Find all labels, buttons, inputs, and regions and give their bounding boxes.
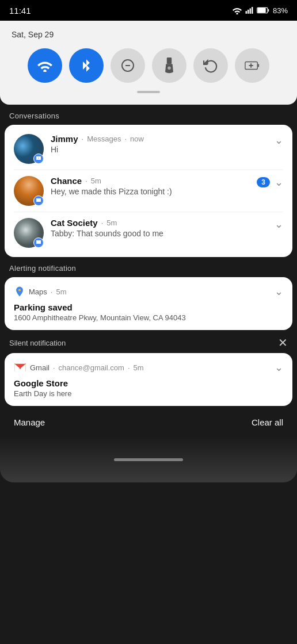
svg-rect-1 — [246, 11, 247, 14]
svg-point-12 — [167, 66, 171, 70]
cat-society-header: Cat Society · 5m — [51, 218, 275, 228]
svg-rect-7 — [258, 8, 266, 13]
cat-society-time: 5m — [106, 218, 117, 227]
quick-settings-toggles — [12, 48, 285, 83]
jimmy-avatar-wrap — [14, 134, 44, 164]
cat-society-actions: ⌄ — [275, 218, 283, 231]
conversations-label: Conversations — [0, 106, 297, 125]
svg-point-8 — [43, 70, 46, 72]
conversation-item-cat-society[interactable]: Cat Society · 5m Tabby: That sounds good… — [14, 212, 283, 249]
silent-label: Silent notification — [9, 339, 66, 347]
gmail-time: 5m — [134, 363, 144, 372]
clear-all-button[interactable]: Clear all — [252, 417, 283, 427]
gmail-notif-body: Earth Day is here — [14, 389, 283, 398]
maps-notif-time: 5m — [56, 288, 66, 296]
conversation-item-chance[interactable]: Chance · 5m Hey, we made this Pizza toni… — [14, 170, 283, 212]
maps-notif-title: Parking saved — [14, 302, 283, 312]
silent-section-header: Silent notification ✕ — [0, 331, 297, 353]
svg-rect-14 — [258, 64, 259, 67]
messages-app-badge — [33, 154, 44, 164]
dnd-toggle[interactable] — [111, 48, 145, 83]
gmail-expand-icon[interactable]: ⌄ — [275, 361, 283, 374]
svg-rect-4 — [252, 7, 253, 14]
maps-pin-icon — [14, 286, 25, 297]
wifi-toggle[interactable] — [28, 48, 62, 83]
svg-point-0 — [236, 13, 238, 14]
svg-point-18 — [18, 289, 21, 291]
home-indicator — [114, 458, 183, 461]
bottom-action-bar: Manage Clear all — [0, 408, 297, 436]
battery-percent: 83% — [273, 6, 288, 15]
dnd-qs-icon — [121, 59, 135, 72]
cat-avatar-wrap — [14, 218, 44, 248]
silent-close-button[interactable]: ✕ — [278, 337, 288, 348]
chance-expand-icon[interactable]: ⌄ — [275, 176, 283, 189]
bottom-gradient-area — [0, 436, 297, 482]
status-icons: 83% — [233, 6, 288, 15]
status-bar: 11:41 83% — [0, 0, 297, 21]
conversation-item-jimmy[interactable]: Jimmy · Messages · now Hi ⌄ — [14, 133, 283, 170]
gmail-notif-title: Google Store — [14, 378, 283, 388]
jimmy-content: Jimmy · Messages · now Hi — [51, 134, 275, 154]
battery-saver-qs-icon — [245, 60, 260, 71]
conversations-card: Jimmy · Messages · now Hi ⌄ Chance · 5m — [5, 125, 292, 257]
jimmy-time: now — [130, 135, 144, 143]
maps-notification-card[interactable]: Maps · 5m ⌄ Parking saved 1600 Amphithea… — [5, 277, 292, 330]
svg-rect-3 — [250, 9, 251, 14]
wifi-qs-icon — [37, 59, 52, 72]
jimmy-name: Jimmy — [51, 134, 78, 144]
gmail-icon — [14, 362, 26, 373]
gmail-app-info: Gmail · chance@gmail.com · 5m — [14, 362, 144, 373]
cat-app-badge — [33, 237, 44, 248]
chance-actions: 3 ⌄ — [257, 176, 283, 189]
gmail-app-name: Gmail — [30, 363, 50, 372]
cat-society-message: Tabby: That sounds good to me — [51, 229, 275, 238]
alerting-label: Alerting notification — [0, 258, 297, 277]
jimmy-message: Hi — [51, 145, 275, 154]
jimmy-header: Jimmy · Messages · now — [51, 134, 275, 144]
bluetooth-qs-icon — [81, 58, 92, 73]
cat-society-name: Cat Society — [51, 218, 98, 228]
battery-icon — [257, 7, 269, 14]
quick-settings-panel: Sat, Sep 29 — [0, 21, 297, 105]
panel-handle — [137, 91, 160, 93]
chance-message: Hey, we made this Pizza tonight :) — [51, 187, 257, 196]
svg-rect-6 — [268, 9, 269, 12]
signal-icon — [245, 6, 253, 14]
svg-point-17 — [38, 158, 39, 159]
flashlight-toggle[interactable] — [152, 48, 186, 83]
svg-rect-11 — [167, 57, 172, 64]
chance-content: Chance · 5m Hey, we made this Pizza toni… — [51, 176, 257, 196]
gmail-notification-card[interactable]: Gmail · chance@gmail.com · 5m ⌄ Google S… — [5, 353, 292, 406]
chance-app-badge — [33, 195, 44, 206]
maps-notif-body: 1600 Amphitheatre Pkwy, Mountain View, C… — [14, 313, 283, 322]
flashlight-qs-icon — [164, 57, 174, 74]
autorotate-toggle[interactable] — [193, 48, 228, 83]
maps-expand-icon[interactable]: ⌄ — [275, 285, 283, 298]
gmail-notif-header: Gmail · chance@gmail.com · 5m ⌄ — [14, 361, 283, 374]
wifi-icon — [233, 6, 242, 14]
cat-society-content: Cat Society · 5m Tabby: That sounds good… — [51, 218, 275, 238]
chance-badge: 3 — [257, 177, 270, 187]
jimmy-app: Messages — [87, 135, 121, 143]
bluetooth-toggle[interactable] — [69, 48, 104, 83]
jimmy-actions: ⌄ — [275, 134, 283, 147]
svg-rect-2 — [248, 10, 249, 14]
manage-button[interactable]: Manage — [14, 417, 45, 427]
quick-settings-date: Sat, Sep 29 — [12, 30, 285, 39]
chance-time: 5m — [91, 177, 101, 185]
gmail-email: chance@gmail.com — [59, 363, 124, 372]
rotate-qs-icon — [203, 58, 218, 73]
maps-notif-header: Maps · 5m ⌄ — [14, 285, 283, 298]
cat-society-expand-icon[interactable]: ⌄ — [275, 218, 283, 231]
battery-saver-toggle[interactable] — [235, 48, 269, 83]
chance-avatar-wrap — [14, 176, 44, 206]
chance-name: Chance — [51, 176, 82, 186]
maps-app-info: Maps · 5m — [14, 286, 66, 297]
chance-header: Chance · 5m — [51, 176, 257, 186]
maps-app-name: Maps — [29, 288, 47, 296]
status-time: 11:41 — [9, 6, 31, 16]
jimmy-expand-icon[interactable]: ⌄ — [275, 134, 283, 147]
